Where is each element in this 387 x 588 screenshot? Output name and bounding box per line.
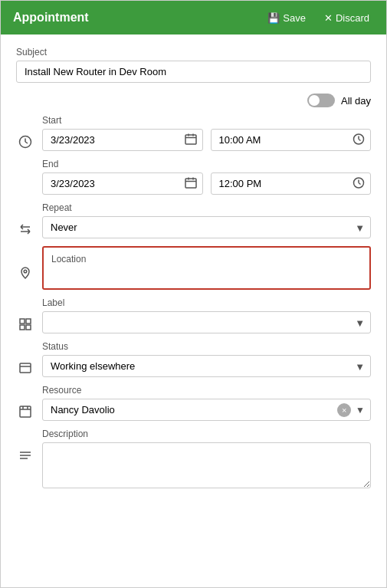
resource-row: Resource × ▼: [16, 385, 371, 421]
resource-icons: × ▼: [337, 403, 368, 417]
resource-icon: [16, 385, 34, 419]
save-icon: 💾: [267, 12, 280, 24]
subject-input[interactable]: [16, 61, 371, 83]
svg-line-9: [359, 139, 361, 140]
form-body: Subject All day Start: [1, 34, 386, 587]
svg-rect-18: [20, 319, 25, 324]
label-row: Label ▼: [16, 297, 371, 333]
end-date-field: [42, 172, 203, 195]
svg-line-2: [25, 142, 28, 143]
appointment-window: Appointment 💾 Save ✕ Discard Subject All…: [0, 0, 387, 588]
label-select[interactable]: [42, 311, 371, 333]
repeat-label: Repeat: [42, 202, 371, 213]
svg-point-17: [24, 270, 27, 273]
start-row: Start: [16, 115, 371, 151]
resource-clear-icon[interactable]: ×: [337, 403, 351, 417]
start-time-icon[interactable]: [353, 133, 365, 147]
start-date-time-row: [42, 129, 371, 151]
start-content: Start: [42, 115, 371, 151]
svg-rect-20: [20, 325, 25, 330]
label-icon: [16, 297, 34, 331]
repeat-content: Repeat Never Daily Weekly Monthly Yearly…: [42, 202, 371, 238]
description-icon: [16, 429, 34, 462]
start-clock-icon: [16, 115, 34, 149]
header: Appointment 💾 Save ✕ Discard: [1, 1, 386, 34]
resource-content: Resource × ▼: [42, 385, 371, 421]
window-title: Appointment: [13, 11, 89, 25]
discard-button[interactable]: ✕ Discard: [320, 9, 374, 27]
all-day-label: All day: [341, 95, 371, 107]
discard-icon: ✕: [324, 12, 333, 24]
subject-group: Subject: [16, 47, 371, 83]
resource-input[interactable]: [42, 399, 371, 421]
all-day-row: All day: [16, 94, 371, 107]
start-date-field: [42, 129, 203, 151]
end-time-input[interactable]: [211, 172, 372, 195]
end-date-input[interactable]: [42, 172, 203, 195]
repeat-row: Repeat Never Daily Weekly Monthly Yearly…: [16, 202, 371, 238]
start-date-input[interactable]: [42, 129, 203, 151]
repeat-icon: [16, 202, 34, 236]
end-label: End: [42, 159, 371, 169]
label-label: Label: [42, 297, 371, 308]
end-time-icon[interactable]: [353, 176, 365, 191]
start-label: Start: [42, 115, 371, 126]
subject-label: Subject: [16, 47, 371, 57]
location-input[interactable]: [51, 268, 362, 282]
resource-field: × ▼: [42, 399, 371, 421]
end-time-field: [211, 172, 372, 195]
start-time-field: [211, 129, 372, 151]
end-row: End: [16, 159, 371, 195]
label-content: Label ▼: [42, 297, 371, 333]
description-row: Description: [16, 429, 371, 491]
status-content: Status Working elsewhere Busy Free Tenta…: [42, 341, 371, 377]
resource-label: Resource: [42, 385, 371, 396]
svg-rect-3: [185, 135, 196, 144]
svg-line-16: [359, 182, 361, 184]
start-time-input[interactable]: [211, 129, 372, 151]
status-label: Status: [42, 341, 371, 352]
status-select-field: Working elsewhere Busy Free Tentative ▼: [42, 355, 371, 377]
header-actions: 💾 Save ✕ Discard: [263, 9, 374, 27]
end-calendar-icon[interactable]: [185, 176, 197, 191]
repeat-select-field: Never Daily Weekly Monthly Yearly ▼: [42, 216, 371, 238]
svg-rect-19: [26, 319, 31, 324]
svg-rect-10: [185, 179, 196, 188]
end-content: End: [42, 159, 371, 195]
location-row: Location: [16, 246, 371, 290]
start-calendar-icon[interactable]: [185, 133, 197, 147]
description-label: Description: [42, 429, 371, 439]
description-textarea[interactable]: [42, 442, 371, 488]
label-select-field: ▼: [42, 311, 371, 333]
location-icon: [16, 246, 34, 280]
repeat-select[interactable]: Never Daily Weekly Monthly Yearly: [42, 216, 371, 238]
location-label: Location: [51, 254, 362, 264]
svg-rect-22: [20, 363, 31, 373]
location-group: Location: [42, 246, 371, 290]
status-row: Status Working elsewhere Busy Free Tenta…: [16, 341, 371, 377]
resource-dropdown-icon[interactable]: ▼: [353, 403, 368, 417]
save-button[interactable]: 💾 Save: [263, 9, 310, 27]
all-day-toggle[interactable]: [307, 94, 335, 107]
svg-rect-21: [26, 325, 31, 330]
end-date-time-row: [42, 172, 371, 195]
svg-rect-24: [20, 406, 31, 417]
description-content: Description: [42, 429, 371, 491]
status-icon: [16, 341, 34, 375]
status-select[interactable]: Working elsewhere Busy Free Tentative: [42, 355, 371, 377]
end-clock-icon: [16, 159, 34, 179]
location-content: Location: [42, 246, 371, 290]
